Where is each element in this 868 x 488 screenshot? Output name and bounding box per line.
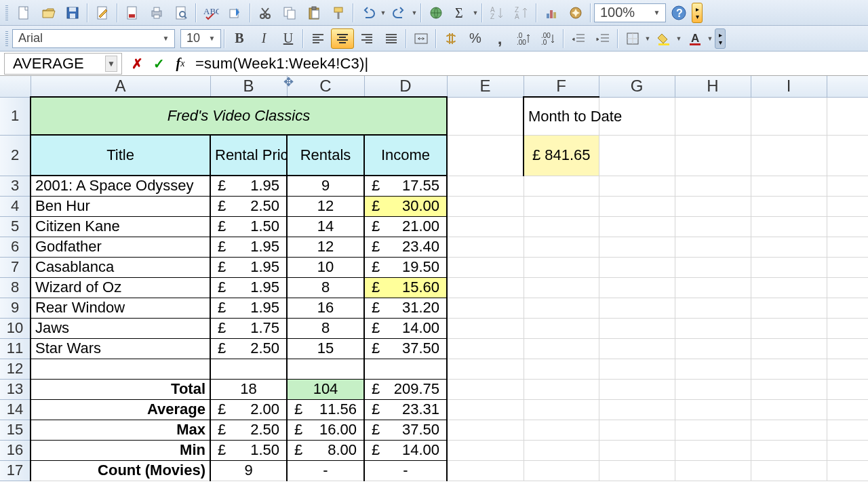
- min-label[interactable]: Min: [31, 440, 210, 460]
- cell-income[interactable]: £17.55: [364, 176, 447, 196]
- cell-title[interactable]: Star Wars: [31, 338, 210, 359]
- name-box-dropdown[interactable]: ▼: [105, 56, 117, 72]
- cell-title[interactable]: Ben Hur: [31, 196, 210, 216]
- accept-icon[interactable]: ✓: [149, 54, 168, 73]
- autosum-icon[interactable]: Σ: [449, 3, 472, 23]
- toolbar-drag-handle-2[interactable]: [3, 28, 11, 49]
- row-10[interactable]: 10: [0, 318, 31, 338]
- function-wizard-icon[interactable]: fx: [171, 54, 190, 73]
- cell-income[interactable]: £37.50: [364, 338, 447, 359]
- align-center-icon[interactable]: [331, 28, 354, 49]
- cell-rentals[interactable]: 15: [287, 338, 364, 359]
- row-13[interactable]: 13: [0, 379, 31, 399]
- edit-doc-icon[interactable]: [91, 3, 114, 23]
- toolbar2-overflow-icon[interactable]: ▸▾: [715, 28, 726, 49]
- redo-icon[interactable]: [388, 3, 411, 23]
- select-all[interactable]: [0, 76, 31, 97]
- month-to-date-label[interactable]: Month to Date: [524, 97, 599, 135]
- cell-price[interactable]: £1.50: [210, 216, 287, 237]
- navigator-icon[interactable]: [564, 3, 587, 23]
- cell-rentals[interactable]: 8: [287, 277, 364, 298]
- header-price[interactable]: Rental Price: [210, 135, 287, 176]
- header-income[interactable]: Income: [364, 135, 447, 176]
- cut-icon[interactable]: [254, 3, 277, 23]
- paste-icon[interactable]: [302, 3, 326, 23]
- cell-price[interactable]: £1.95: [210, 176, 287, 196]
- row-17[interactable]: 17: [0, 460, 31, 481]
- month-to-date-value[interactable]: £ 841.65: [524, 135, 599, 176]
- row-9[interactable]: 9: [0, 298, 31, 318]
- row-7[interactable]: 7: [0, 257, 31, 277]
- percent-icon[interactable]: %: [464, 28, 487, 49]
- autopilot-icon[interactable]: [224, 3, 247, 23]
- redo-dropdown[interactable]: ▼: [411, 9, 418, 16]
- cell-rentals[interactable]: 8: [287, 318, 364, 338]
- col-H[interactable]: H: [675, 76, 751, 97]
- cell-title[interactable]: Jaws: [31, 318, 210, 338]
- save-icon[interactable]: [61, 3, 84, 23]
- name-box[interactable]: AVERAGE ▼: [4, 53, 122, 75]
- spreadsheet-grid[interactable]: A B✥ C D E F G H I 1 Fred's Video Classi…: [0, 76, 868, 481]
- row-8[interactable]: 8: [0, 277, 31, 298]
- max-label[interactable]: Max: [31, 420, 210, 440]
- total-d[interactable]: £209.75: [364, 379, 447, 399]
- cell-title[interactable]: Wizard of Oz: [31, 277, 210, 298]
- cell-rentals[interactable]: 12: [287, 237, 364, 257]
- cell-title[interactable]: Citizen Kane: [31, 216, 210, 237]
- col-C[interactable]: C: [287, 76, 364, 97]
- cell-price[interactable]: £2.50: [210, 196, 287, 216]
- row-16[interactable]: 16: [0, 440, 31, 460]
- col-J[interactable]: [827, 76, 868, 97]
- new-doc-icon[interactable]: [12, 3, 35, 23]
- italic-icon[interactable]: I: [252, 28, 275, 49]
- font-color-dropdown[interactable]: ▼: [707, 35, 713, 42]
- col-B[interactable]: B✥: [210, 76, 287, 97]
- toolbar-drag-handle[interactable]: [3, 3, 11, 23]
- total-c[interactable]: 104: [287, 379, 364, 399]
- row-4[interactable]: 4: [0, 196, 31, 216]
- cell-title[interactable]: Rear Window: [31, 298, 210, 318]
- chart-icon[interactable]: [540, 3, 563, 23]
- col-E[interactable]: E: [447, 76, 524, 97]
- row-2[interactable]: 2: [0, 135, 31, 176]
- col-I[interactable]: I: [751, 76, 827, 97]
- sort-asc-icon[interactable]: AZ: [486, 3, 509, 23]
- count-b[interactable]: 9: [210, 460, 287, 481]
- formula-input[interactable]: =sum(Week1:Week4!C3): [191, 55, 868, 73]
- cell-income[interactable]: £15.60: [364, 277, 447, 298]
- cell-rentals[interactable]: 9: [287, 176, 364, 196]
- decrease-decimal-icon[interactable]: .00.0: [537, 28, 560, 49]
- cell-price[interactable]: £1.95: [210, 277, 287, 298]
- cell-price[interactable]: £1.75: [210, 318, 287, 338]
- currency-icon[interactable]: [439, 28, 462, 49]
- fontsize-combo[interactable]: 10 ▼: [180, 29, 221, 48]
- cell-income[interactable]: £23.40: [364, 237, 447, 257]
- toolbar-overflow-icon[interactable]: ▸▾: [692, 3, 703, 23]
- print-preview-icon[interactable]: [170, 3, 193, 23]
- fill-color-dropdown[interactable]: ▼: [675, 35, 682, 42]
- row-1[interactable]: 1: [0, 97, 31, 135]
- undo-dropdown[interactable]: ▼: [380, 9, 387, 16]
- row-12[interactable]: 12: [0, 359, 31, 379]
- row-6[interactable]: 6: [0, 237, 31, 257]
- row-15[interactable]: 15: [0, 420, 31, 440]
- spellcheck-icon[interactable]: ABC: [199, 3, 222, 23]
- total-b[interactable]: 18: [210, 379, 287, 399]
- open-icon[interactable]: [37, 3, 60, 23]
- font-dropdown-arrow[interactable]: ▼: [159, 35, 172, 42]
- zoom-dropdown-arrow[interactable]: ▼: [650, 9, 663, 16]
- cell-rentals[interactable]: 10: [287, 257, 364, 277]
- align-left-icon[interactable]: [307, 28, 330, 49]
- increase-indent-icon[interactable]: [591, 28, 614, 49]
- header-rentals[interactable]: Rentals: [287, 135, 364, 176]
- align-right-icon[interactable]: [355, 28, 378, 49]
- sort-desc-icon[interactable]: ZA: [510, 3, 533, 23]
- fontsize-dropdown-arrow[interactable]: ▼: [205, 35, 218, 42]
- cell-title[interactable]: 2001: A Space Odyssey: [31, 176, 210, 196]
- avg-label[interactable]: Average: [31, 399, 210, 420]
- cancel-icon[interactable]: ✗: [127, 54, 146, 73]
- cell-income[interactable]: £21.00: [364, 216, 447, 237]
- cell-price[interactable]: £1.95: [210, 298, 287, 318]
- row-3[interactable]: 3: [0, 176, 31, 196]
- cell-income[interactable]: £30.00: [364, 196, 447, 216]
